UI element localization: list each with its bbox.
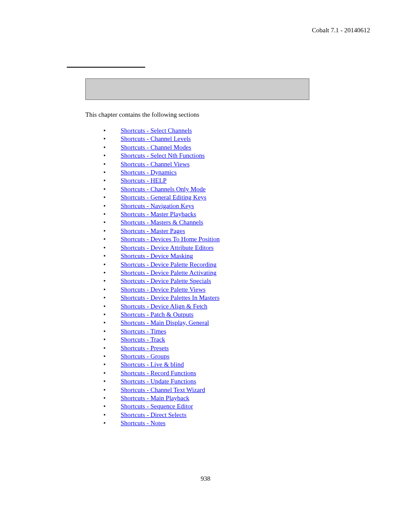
list-item: Shortcuts - General Editing Keys	[99, 193, 220, 202]
list-item: Shortcuts - Update Functions	[99, 377, 220, 386]
link-main-playback[interactable]: Shortcuts - Main Playback	[121, 395, 190, 401]
page-number: 938	[201, 475, 211, 482]
link-channels-only-mode[interactable]: Shortcuts - Channels Only Mode	[121, 186, 206, 193]
link-times[interactable]: Shortcuts - Times	[121, 328, 166, 335]
list-item: Shortcuts - Groups	[99, 352, 220, 361]
link-device-palette-specials[interactable]: Shortcuts - Device Palette Specials	[121, 277, 211, 284]
link-notes[interactable]: Shortcuts - Notes	[121, 420, 165, 426]
list-item: Shortcuts - Main Display, General	[99, 319, 220, 327]
link-groups[interactable]: Shortcuts - Groups	[121, 353, 169, 360]
link-master-playbacks[interactable]: Shortcuts - Master Playbacks	[121, 211, 196, 218]
list-item: Shortcuts - Select Channels	[99, 127, 220, 135]
link-update-functions[interactable]: Shortcuts - Update Functions	[121, 378, 196, 385]
link-select-nth-functions[interactable]: Shortcuts - Select Nth Functions	[121, 152, 205, 159]
list-item: Shortcuts - Times	[99, 327, 220, 336]
link-channel-text-wizard[interactable]: Shortcuts - Channel Text Wizard	[121, 386, 205, 393]
link-device-palette-activating[interactable]: Shortcuts - Device Palette Activating	[121, 269, 216, 276]
link-presets[interactable]: Shortcuts - Presets	[121, 345, 169, 352]
list-item: Shortcuts - Patch & Outputs	[99, 311, 220, 319]
list-item: Shortcuts - Channel Levels	[99, 135, 220, 143]
link-master-pages[interactable]: Shortcuts - Master Pages	[121, 227, 185, 234]
link-channel-levels[interactable]: Shortcuts - Channel Levels	[121, 135, 191, 142]
list-item: Shortcuts - Device Palette Activating	[99, 269, 220, 277]
header-text: Cobalt 7.1 - 20140612	[312, 27, 370, 34]
link-device-palettes-masters[interactable]: Shortcuts - Device Palettes In Masters	[121, 294, 220, 301]
list-item: Shortcuts - Record Functions	[99, 369, 220, 377]
link-help[interactable]: Shortcuts - HELP	[121, 177, 167, 184]
list-item: Shortcuts - Track	[99, 336, 220, 344]
link-device-attribute-editors[interactable]: Shortcuts - Device Attribute Editors	[121, 244, 214, 251]
list-item: Shortcuts - Device Attribute Editors	[99, 244, 220, 252]
list-item: Shortcuts - Device Masking	[99, 252, 220, 260]
link-device-palette-recording[interactable]: Shortcuts - Device Palette Recording	[121, 261, 216, 268]
list-item: Shortcuts - Device Palette Specials	[99, 277, 220, 285]
link-device-align-fetch[interactable]: Shortcuts - Device Align & Fetch	[121, 303, 207, 310]
list-item: Shortcuts - Notes	[99, 419, 220, 427]
list-item: Shortcuts - Device Palettes In Masters	[99, 294, 220, 302]
list-item: Shortcuts - HELP	[99, 177, 220, 185]
list-item: Shortcuts - Channel Modes	[99, 143, 220, 152]
list-item: Shortcuts - Presets	[99, 344, 220, 352]
link-channel-views[interactable]: Shortcuts - Channel Views	[121, 161, 190, 168]
list-item: Shortcuts - Device Palette Recording	[99, 261, 220, 269]
link-sequence-editor[interactable]: Shortcuts - Sequence Editor	[121, 403, 193, 410]
list-item: Shortcuts - Channels Only Mode	[99, 185, 220, 193]
link-channel-modes[interactable]: Shortcuts - Channel Modes	[121, 144, 191, 151]
link-record-functions[interactable]: Shortcuts - Record Functions	[121, 370, 196, 376]
link-devices-home-position[interactable]: Shortcuts - Devices To Home Position	[121, 236, 220, 243]
list-item: Shortcuts - Direct Selects	[99, 411, 220, 419]
link-general-editing-keys[interactable]: Shortcuts - General Editing Keys	[121, 194, 206, 201]
list-item: Shortcuts - Sequence Editor	[99, 402, 220, 411]
divider-line	[67, 67, 145, 68]
list-item: Shortcuts - Device Align & Fetch	[99, 302, 220, 311]
list-item: Shortcuts - Channel Text Wizard	[99, 386, 220, 394]
link-direct-selects[interactable]: Shortcuts - Direct Selects	[121, 411, 187, 418]
link-device-masking[interactable]: Shortcuts - Device Masking	[121, 252, 193, 259]
gray-header-box	[85, 78, 309, 100]
list-item: Shortcuts - Channel Views	[99, 160, 220, 168]
list-item: Shortcuts - Device Palette Views	[99, 286, 220, 294]
link-dynamics[interactable]: Shortcuts - Dynamics	[121, 169, 177, 176]
list-item: Shortcuts - Select Nth Functions	[99, 152, 220, 160]
list-item: Shortcuts - Navigation Keys	[99, 202, 220, 210]
list-item: Shortcuts - Live & blind	[99, 361, 220, 369]
link-track[interactable]: Shortcuts - Track	[121, 336, 165, 343]
list-item: Shortcuts - Dynamics	[99, 168, 220, 177]
list-item: Shortcuts - Devices To Home Position	[99, 235, 220, 243]
list-item: Shortcuts - Main Playback	[99, 394, 220, 402]
list-item: Shortcuts - Master Pages	[99, 227, 220, 235]
link-select-channels[interactable]: Shortcuts - Select Channels	[121, 127, 192, 134]
link-navigation-keys[interactable]: Shortcuts - Navigation Keys	[121, 202, 194, 209]
link-patch-outputs[interactable]: Shortcuts - Patch & Outputs	[121, 311, 193, 318]
list-item: Shortcuts - Masters & Channels	[99, 218, 220, 227]
link-live-blind[interactable]: Shortcuts - Live & blind	[121, 361, 184, 368]
link-masters-channels[interactable]: Shortcuts - Masters & Channels	[121, 219, 203, 226]
shortcuts-link-list: Shortcuts - Select Channels Shortcuts - …	[99, 127, 220, 428]
link-device-palette-views[interactable]: Shortcuts - Device Palette Views	[121, 286, 206, 293]
list-item: Shortcuts - Master Playbacks	[99, 210, 220, 218]
link-main-display-general[interactable]: Shortcuts - Main Display, General	[121, 319, 209, 326]
intro-text: This chapter contains the following sect…	[85, 111, 199, 118]
